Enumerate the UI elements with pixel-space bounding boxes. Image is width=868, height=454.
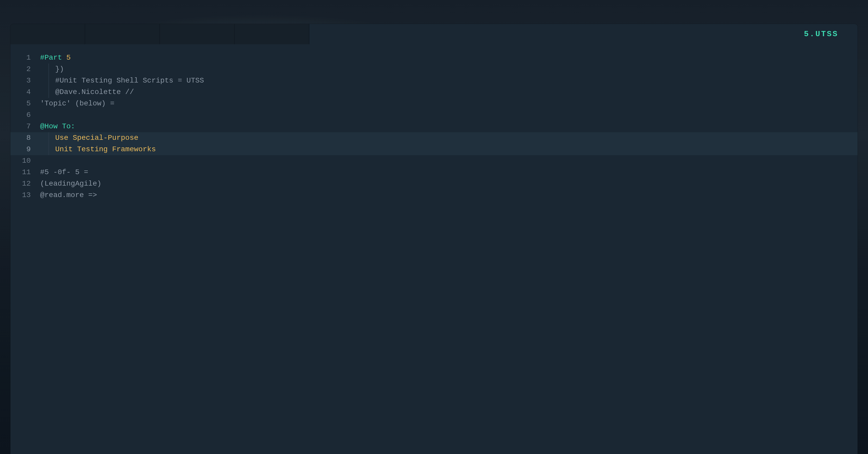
tab-3[interactable]: [160, 24, 235, 44]
tab-2[interactable]: [85, 24, 160, 44]
code-content: @How To:: [36, 121, 75, 132]
code-token: @Dave.Nicolette //: [55, 88, 134, 96]
code-content: #Part 5: [36, 52, 71, 64]
line-number: 1: [10, 52, 36, 64]
code-token: @How To:: [40, 122, 75, 130]
code-token: (LeadingAgile): [40, 180, 101, 188]
code-line[interactable]: 10: [10, 155, 858, 167]
code-token: @read.more =>: [40, 191, 97, 199]
code-content: Unit Testing Frameworks: [49, 144, 156, 155]
code-line[interactable]: 1#Part 5: [10, 52, 858, 64]
code-content: #5 -0f- 5 =: [36, 167, 88, 178]
code-token: 'Topic' (below) =: [40, 99, 115, 107]
tab-5-active[interactable]: 5.UTSS: [309, 24, 858, 44]
code-line[interactable]: 9Unit Testing Frameworks: [10, 144, 858, 155]
code-token: 5: [66, 54, 71, 62]
code-line[interactable]: 7@How To:: [10, 121, 858, 132]
code-line[interactable]: 4@Dave.Nicolette //: [10, 87, 858, 98]
code-content: (LeadingAgile): [36, 178, 101, 190]
code-line[interactable]: 3#Unit Testing Shell Scripts = UTSS: [10, 75, 858, 87]
code-line[interactable]: 5'Topic' (below) =: [10, 98, 858, 109]
line-number: 10: [10, 155, 36, 167]
tab-active-label: 5.UTSS: [804, 30, 838, 38]
line-number: 7: [10, 121, 36, 132]
tab-1[interactable]: [10, 24, 85, 44]
code-line[interactable]: 6: [10, 109, 858, 121]
code-line[interactable]: 2}): [10, 64, 858, 75]
line-number: 3: [10, 75, 36, 87]
line-number: 11: [10, 167, 36, 178]
code-token: Unit Testing Frameworks: [55, 145, 156, 153]
code-content: @read.more =>: [36, 190, 97, 201]
code-token: }): [55, 65, 64, 73]
line-number: 9: [10, 144, 36, 155]
code-content: 'Topic' (below) =: [36, 98, 115, 109]
code-content: Use Special-Purpose: [49, 132, 138, 144]
line-number: 5: [10, 98, 36, 109]
code-editor[interactable]: 1#Part 52})3#Unit Testing Shell Scripts …: [10, 44, 858, 454]
line-number: 13: [10, 190, 36, 201]
code-content: @Dave.Nicolette //: [49, 87, 134, 98]
code-token: Use Special-Purpose: [55, 134, 138, 142]
line-number: 12: [10, 178, 36, 190]
code-line[interactable]: 13@read.more =>: [10, 190, 858, 201]
code-token: #Part: [40, 54, 66, 62]
line-number: 6: [10, 109, 36, 121]
code-line[interactable]: 12(LeadingAgile): [10, 178, 858, 190]
code-content: }): [49, 64, 64, 75]
code-line[interactable]: 11#5 -0f- 5 =: [10, 167, 858, 178]
editor-window: 5.UTSS 1#Part 52})3#Unit Testing Shell S…: [10, 24, 858, 454]
line-number: 8: [10, 132, 36, 144]
code-token: #Unit Testing Shell Scripts = UTSS: [55, 76, 204, 85]
tab-bar: 5.UTSS: [10, 24, 858, 44]
tab-4[interactable]: [235, 24, 309, 44]
line-number: 2: [10, 64, 36, 75]
code-token: #5 -0f- 5 =: [40, 168, 88, 176]
code-content: #Unit Testing Shell Scripts = UTSS: [49, 75, 204, 87]
code-line[interactable]: 8Use Special-Purpose: [10, 132, 858, 144]
line-number: 4: [10, 87, 36, 98]
